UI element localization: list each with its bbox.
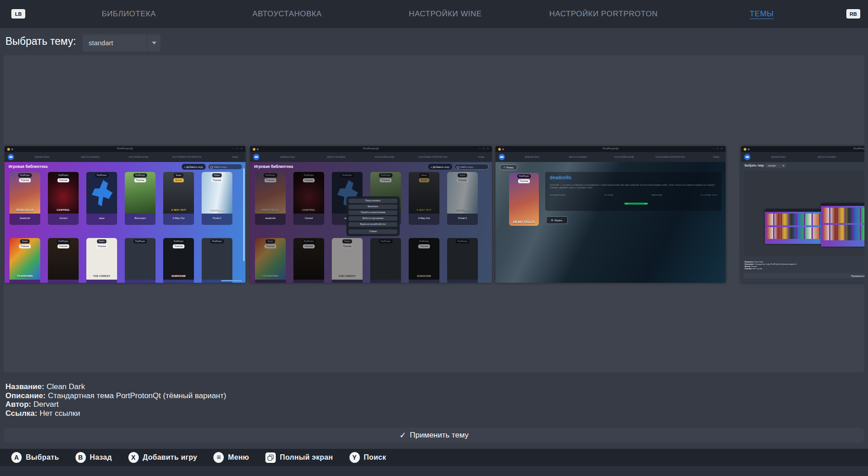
mini-context-menu-item: Перейти в игровой режим — [349, 210, 397, 215]
main-tab[interactable]: БИБЛИОТЕКА — [50, 0, 208, 28]
service-badge: PortProton — [302, 239, 316, 243]
mini-nav-tab: ТЕМЫ — [211, 152, 245, 162]
mini-game-card: PortProton Платина CONTROL Control — [293, 172, 324, 225]
service-badge: PortProton — [57, 173, 70, 177]
main-tabs: БИБЛИОТЕКААВТОУСТАНОВКАНАСТРОЙКИ WINEНАС… — [50, 0, 841, 28]
dropdown-arrow-zone[interactable] — [147, 34, 160, 52]
game-cover-art: PortProton Платина CONTROL — [293, 172, 324, 214]
mini-window-title: PortProtonQt — [250, 147, 492, 150]
gamepad-hint[interactable]: Полный экран — [265, 452, 333, 463]
service-badge: Steam — [174, 173, 183, 177]
main-tab[interactable]: НАСТРОЙКИ WINE — [366, 0, 524, 28]
mini-library-body: Игровая библиотека + Добавить игру Найти… — [5, 162, 245, 283]
game-title: Control — [293, 217, 324, 219]
nested-card-row — [767, 227, 820, 239]
mini-game-card: PortProton aaps — [86, 172, 117, 225]
game-title: aaps — [86, 217, 117, 219]
mini-nav-tab: АВТОУСТАНОВКА — [312, 152, 360, 162]
cover-title-text: DEAD CELLS — [9, 209, 40, 211]
apply-theme-button[interactable]: ✓ Применить тему — [4, 428, 864, 443]
mini-context-menu-item: Вернуться на рабочий стол — [349, 222, 397, 227]
window-controls-icon: – □ × — [232, 147, 243, 150]
mini-nav-tab: НАСТРОЙКИ PORTPROTON — [163, 152, 211, 162]
game-cover-art: PortProton Платина DEAD CELLS — [509, 173, 539, 226]
mini-game-row: PortProton Платина DEAD CELLS deadcells … — [9, 172, 232, 225]
trophy-badge: Платина — [341, 244, 353, 248]
service-badge: PortProton — [18, 173, 32, 177]
rb-shoulder-badge[interactable]: RB — [846, 9, 860, 19]
cover-title-text: THE FOREST — [332, 275, 363, 277]
gamepad-hint[interactable]: X Добавить игру — [128, 452, 198, 463]
theme-screenshot-dark[interactable]: PortProtonQt – □ × БИБЛИОТЕКААВТОУСТАНОВ… — [250, 146, 492, 283]
game-title: deadcells — [255, 217, 286, 219]
mini-game-card: Steam Платина THE FOREST The Forest — [86, 238, 117, 283]
theme-screenshot-themes-page[interactable]: PortProtonQt – □ × БИБЛИОТЕКААВТОУСТАНОВ… — [741, 146, 864, 283]
cover-title-text: TEARDOWN — [255, 275, 286, 277]
gamepad-hint[interactable]: Y Поиск — [349, 452, 387, 463]
theme-screenshot-game-page[interactable]: PortProtonQt – □ × БИБЛИОТЕКААВТОУСТАНОВ… — [495, 146, 726, 283]
game-cover-art: Steam Платина THE FOREST — [332, 238, 363, 280]
mini-game-row: Steam Платина TEARDOWN Teardown PortProt… — [9, 238, 232, 283]
game-cover-art: Steam Платина TEARDOWN — [255, 238, 286, 280]
game-cover-art: Steam Платина TEARDOWN — [9, 238, 40, 280]
mini-game-description: Dead Cells — это экшен-платформер и метр… — [550, 184, 717, 189]
trophy-badge: Платина — [518, 179, 530, 183]
theme-screenshot-light[interactable]: PortProtonQt – □ × БИБЛИОТЕКААВТОУСТАНОВ… — [5, 146, 245, 283]
trophy-badge: Платина — [19, 178, 31, 182]
mini-game-card: PortProton Платина — [293, 238, 324, 283]
mini-window-title: PortProtonQt — [741, 147, 864, 150]
mini-window-titlebar: PortProtonQt – □ × — [250, 146, 492, 152]
theme-dropdown[interactable]: standart — [83, 34, 160, 52]
gamepad-hint-label: Назад — [90, 453, 112, 462]
portprotonqt-themes-screen: LB БИБЛИОТЕКААВТОУСТАНОВКАНАСТРОЙКИ WINE… — [0, 0, 868, 476]
main-tab[interactable]: ТЕМЫ — [683, 0, 841, 28]
gamepad-hint[interactable]: A Выбрать — [11, 452, 59, 463]
theme-author-line: Автор:Dervart — [5, 400, 226, 409]
trophy-badge: Платина — [264, 244, 276, 248]
gamepad-logo-icon — [8, 154, 14, 160]
service-badge: PortProton — [57, 239, 70, 243]
main-tab[interactable]: АВТОУСТАНОВКА — [208, 0, 366, 28]
game-title: A Way Out — [163, 217, 194, 219]
mini-game-card: PortProton — [202, 238, 232, 283]
window-controls-icon: – □ × — [479, 147, 490, 150]
service-badge: PortProton — [417, 239, 431, 243]
theme-dropdown-value: standart — [89, 39, 113, 47]
mini-achievement-progressbar — [624, 203, 648, 205]
mini-nav-tab: ТЕМЫ — [693, 152, 726, 162]
apply-theme-label: Применить тему — [410, 431, 469, 440]
footer-strip — [0, 466, 868, 476]
gamepad-hint[interactable]: B Назад — [75, 452, 112, 463]
game-cover-art: Steam Золото A WAY OUT — [409, 172, 439, 214]
trophy-badge: Платина — [418, 244, 430, 248]
gamepad-hint[interactable]: ≡ Меню — [213, 452, 249, 463]
gamepad-button-icon: ≡ — [213, 452, 224, 463]
mini-theme-dropdown: standart — [765, 163, 786, 168]
main-tab[interactable]: НАСТРОЙКИ PORTPROTON — [524, 0, 683, 28]
gamepad-button-icon — [265, 452, 276, 463]
gamepad-hints-bar: A Выбрать B Назад X Добавить игру ≡ Меню… — [0, 449, 868, 466]
service-badge: PortProton — [379, 239, 392, 243]
mini-nav-tab: НАСТРОЙКИ PORTPROTON — [647, 152, 693, 162]
mini-add-game-button: + Добавить игру — [182, 164, 206, 170]
game-title: deadcells — [9, 217, 40, 219]
mini-nav-tab: НАСТРОЙКИ WINE — [360, 152, 409, 162]
mini-nav-tab: БИБЛИОТЕКА — [755, 152, 803, 162]
theme-desc-value: Стандартная тема PortProtonQt (тёмный ва… — [48, 391, 226, 400]
theme-desc-line: Описание:Стандартная тема PortProtonQt (… — [5, 391, 226, 400]
stat-label: время игры — [652, 194, 662, 196]
gamepad-logo-icon — [744, 154, 750, 160]
mini-window-nav: БИБЛИОТЕКААВТОУСТАНОВКАНАСТРОЙКИ WINEНАС… — [250, 152, 492, 162]
game-cover-art: Steam Золото A WAY OUT — [163, 172, 194, 214]
mini-nav-tab: БИБЛИОТЕКА — [18, 152, 66, 162]
service-badge: Steam — [97, 239, 106, 243]
game-title: Control — [48, 217, 79, 219]
mini-window-title: PortProtonQt — [495, 147, 726, 150]
mini-game-card: PortProton Платина SURVIVOR Survivor — [409, 238, 439, 283]
game-cover-art: PortProton Платина SURVIVOR — [163, 238, 194, 280]
game-cover-art: Steam Платина PORTAL 2 — [202, 172, 232, 214]
trophy-badge: Золото — [174, 178, 184, 182]
mini-game-page-body: Назад PortProton Платина DEAD CELLS dead… — [495, 162, 726, 283]
lb-shoulder-badge[interactable]: LB — [11, 9, 25, 19]
theme-preview-carousel: PortProtonQt – □ × БИБЛИОТЕКААВТОУСТАНОВ… — [4, 55, 864, 372]
